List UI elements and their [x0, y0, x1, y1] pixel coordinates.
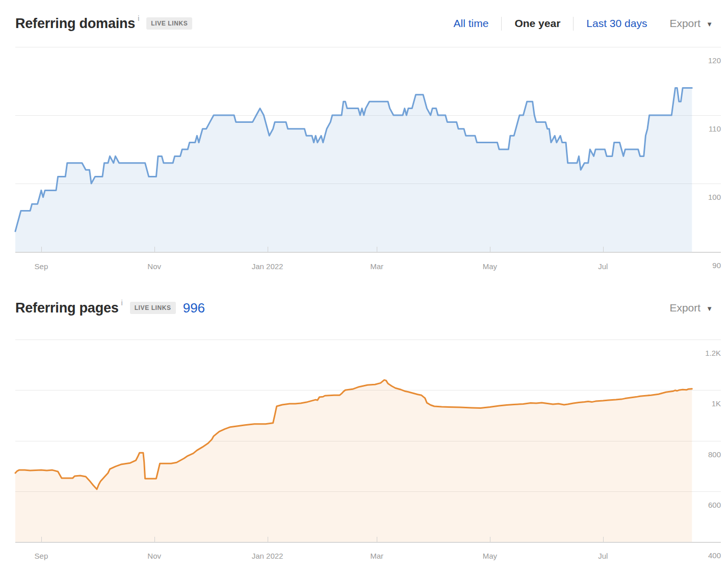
- chevron-down-icon: ▼: [706, 20, 713, 28]
- y-axis-label: 90: [712, 261, 721, 270]
- x-axis-label: Sep: [35, 552, 48, 560]
- export-label: Export: [669, 302, 700, 314]
- x-axis-label: May: [483, 262, 498, 271]
- y-axis-label: 110: [709, 124, 721, 133]
- y-axis-label: 100: [708, 193, 721, 201]
- y-axis-label: 1K: [712, 399, 721, 408]
- live-links-badge: LIVE LINKS: [130, 302, 176, 314]
- separator: [501, 17, 502, 31]
- referring-domains-chart: 12011010090SepNovJan 2022MarMayJul: [0, 40, 728, 279]
- chevron-down-icon: ▼: [706, 305, 713, 312]
- x-axis-label: Jan 2022: [252, 552, 283, 560]
- export-label: Export: [669, 17, 700, 30]
- series-area: [15, 380, 692, 542]
- referring-domains-title: Referring domains: [15, 16, 135, 32]
- separator: [573, 17, 574, 31]
- range-all-time[interactable]: All time: [454, 17, 489, 30]
- series-area: [15, 88, 692, 252]
- referring-pages-header: Referring pages i LIVE LINKS 996 Export …: [15, 297, 713, 319]
- x-axis-label: Jul: [598, 552, 608, 560]
- x-axis-label: Nov: [147, 262, 161, 271]
- x-axis-label: Jul: [598, 262, 608, 271]
- live-links-badge: LIVE LINKS: [146, 17, 192, 30]
- y-axis-label: 400: [708, 551, 721, 560]
- y-axis-label: 1.2K: [705, 349, 721, 357]
- x-axis-label: Nov: [147, 552, 161, 560]
- y-axis-label: 120: [708, 56, 721, 65]
- y-axis-label: 800: [708, 450, 721, 459]
- referring-domains-header: Referring domains i LIVE LINKS All time …: [15, 12, 713, 35]
- x-axis-label: May: [483, 552, 498, 560]
- x-axis-label: Mar: [370, 262, 383, 271]
- range-last-30-days[interactable]: Last 30 days: [586, 17, 647, 30]
- export-button[interactable]: Export ▼: [669, 302, 713, 314]
- time-range-switcher: All time One year Last 30 days Export ▼: [454, 17, 713, 31]
- info-icon[interactable]: i: [138, 14, 139, 22]
- info-icon[interactable]: i: [121, 299, 123, 307]
- export-button[interactable]: Export ▼: [669, 17, 713, 30]
- x-axis-label: Mar: [370, 552, 383, 560]
- referring-pages-title: Referring pages: [15, 300, 119, 316]
- referring-pages-chart: 1.2K1K800600400SepNovJan 2022MarMayJul: [0, 332, 728, 567]
- range-one-year[interactable]: One year: [514, 17, 560, 30]
- x-axis-label: Sep: [35, 262, 48, 271]
- x-axis-label: Jan 2022: [252, 262, 283, 271]
- y-axis-label: 600: [708, 501, 721, 509]
- referring-pages-count: 996: [183, 300, 205, 316]
